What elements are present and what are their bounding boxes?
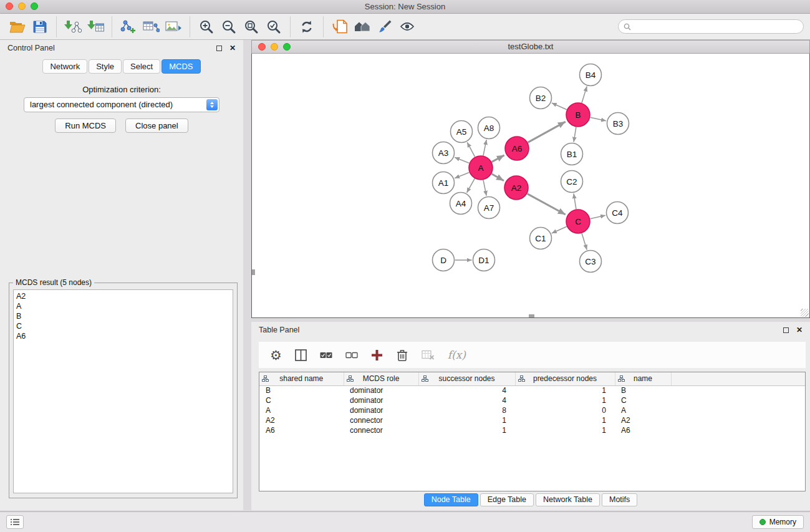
cell-successor-nodes[interactable]: 4 [418, 385, 515, 395]
edge-C-C3[interactable] [582, 233, 587, 249]
cell-name[interactable]: A6 [615, 425, 671, 435]
edge-B-B1[interactable] [574, 127, 576, 142]
cell-shared-name[interactable]: A2 [259, 415, 344, 425]
float-panel-icon[interactable] [216, 46, 222, 51]
node-A[interactable]: A [469, 156, 493, 180]
cell-shared-name[interactable]: B [259, 385, 344, 395]
mcds-result-item[interactable]: A [16, 301, 230, 311]
create-column-button[interactable] [371, 349, 383, 361]
close-panel-icon[interactable]: ✕ [229, 44, 236, 52]
style-brush-button[interactable] [374, 16, 396, 38]
column-header-predecessor-nodes[interactable]: predecessor nodes [515, 372, 615, 385]
select-all-button[interactable] [320, 351, 332, 360]
open-network-file-button[interactable] [329, 16, 351, 38]
left-scroll-nub[interactable] [252, 269, 255, 275]
search-box[interactable] [618, 19, 804, 34]
cell-predecessor-nodes[interactable]: 1 [515, 395, 615, 405]
cell-shared-name[interactable]: A [259, 405, 344, 415]
cell-shared-name[interactable]: A6 [259, 425, 344, 435]
cell-successor-nodes[interactable]: 8 [418, 405, 515, 415]
mcds-result-list[interactable]: A2ABCA6 [13, 289, 233, 493]
node-B3[interactable]: B3 [607, 113, 629, 135]
table-row[interactable]: Cdominator41C [259, 395, 805, 405]
resize-grip[interactable] [801, 309, 809, 317]
node-A5[interactable]: A5 [451, 121, 473, 143]
cell-name[interactable]: A [615, 405, 671, 415]
edge-C-C2[interactable] [574, 193, 576, 209]
task-history-button[interactable] [6, 515, 24, 529]
tab-network[interactable]: Network [42, 59, 87, 74]
save-session-button[interactable] [29, 16, 51, 38]
node-B2[interactable]: B2 [530, 87, 552, 109]
close-table-panel-icon[interactable]: ✕ [796, 326, 803, 334]
tab-network-table[interactable]: Network Table [536, 493, 600, 506]
node-A2[interactable]: A2 [504, 176, 528, 200]
node-A6[interactable]: A6 [505, 137, 529, 160]
show-columns-button[interactable] [295, 349, 307, 361]
new-network-button[interactable] [117, 16, 140, 38]
cell-mcds-role[interactable]: dominator [344, 395, 418, 405]
memory-button[interactable]: Memory [752, 515, 804, 529]
run-mcds-button[interactable]: Run MCDS [55, 118, 116, 133]
cell-mcds-role[interactable]: dominator [344, 405, 418, 415]
edge-A6-B[interactable] [528, 122, 566, 142]
node-A1[interactable]: A1 [433, 172, 455, 194]
search-input[interactable] [634, 22, 798, 31]
mcds-result-item[interactable]: A2 [16, 291, 230, 301]
edge-C-C1[interactable] [552, 226, 567, 233]
cell-predecessor-nodes[interactable]: 1 [515, 425, 615, 435]
node-C2[interactable]: C2 [561, 171, 583, 193]
network-canvas[interactable]: B4B2BB3A5A8A6A3B1AC2A1A2A4A7C4CC1C3DD1 [251, 54, 810, 318]
network-manager-button[interactable] [351, 16, 374, 38]
zoom-network-button[interactable] [283, 43, 291, 51]
function-builder-button[interactable]: f(x) [448, 349, 466, 361]
zoom-selected-button[interactable] [263, 16, 285, 38]
node-D1[interactable]: D1 [473, 249, 495, 271]
bottom-scroll-nub[interactable] [529, 314, 534, 317]
edge-A-A8[interactable] [483, 140, 486, 155]
tab-edge-table[interactable]: Edge Table [480, 493, 534, 506]
mcds-result-item[interactable]: A6 [16, 331, 230, 341]
edge-A-A3[interactable] [455, 157, 469, 163]
edge-B-B3[interactable] [591, 117, 606, 121]
cell-name[interactable]: B [615, 385, 671, 395]
deselect-all-button[interactable] [345, 351, 358, 360]
mcds-result-item[interactable]: C [16, 321, 230, 331]
minimize-network-button[interactable] [271, 43, 278, 51]
node-C[interactable]: C [566, 210, 590, 233]
cell-predecessor-nodes[interactable]: 0 [515, 405, 615, 415]
edge-A-A7[interactable] [483, 180, 486, 196]
table-row[interactable]: Adominator80A [259, 405, 805, 415]
network-graph[interactable]: B4B2BB3A5A8A6A3B1AC2A1A2A4A7C4CC1C3DD1 [252, 54, 809, 317]
delete-column-button[interactable] [396, 349, 408, 362]
edge-B-B2[interactable] [552, 103, 567, 110]
delete-table-button[interactable] [422, 350, 435, 360]
import-network-button[interactable] [62, 16, 84, 38]
tab-mcds[interactable]: MCDS [162, 59, 200, 74]
node-C1[interactable]: C1 [530, 228, 552, 249]
tab-style[interactable]: Style [89, 59, 122, 74]
float-table-panel-icon[interactable] [783, 327, 789, 333]
cell-name[interactable]: A2 [615, 415, 671, 425]
close-window-button[interactable] [6, 2, 13, 10]
cell-successor-nodes[interactable]: 1 [418, 425, 515, 435]
minimize-window-button[interactable] [18, 2, 26, 10]
node-A7[interactable]: A7 [478, 197, 500, 219]
edge-C-C4[interactable] [591, 215, 605, 218]
tab-node-table[interactable]: Node Table [424, 493, 478, 506]
table-settings-button[interactable]: ⚙ [270, 349, 282, 362]
edge-A2-C[interactable] [528, 194, 566, 215]
zoom-out-button[interactable] [218, 16, 240, 38]
edge-A-A2[interactable] [491, 174, 504, 181]
refresh-layout-button[interactable] [296, 16, 318, 38]
edge-B-B4[interactable] [582, 87, 587, 103]
node-A8[interactable]: A8 [478, 117, 500, 139]
node-C4[interactable]: C4 [607, 202, 629, 224]
node-B[interactable]: B [566, 103, 590, 127]
node-A3[interactable]: A3 [433, 142, 455, 164]
node-D[interactable]: D [433, 249, 455, 271]
edge-A-A1[interactable] [455, 172, 469, 178]
import-table-button[interactable] [84, 16, 107, 38]
column-header-successor-nodes[interactable]: successor nodes [418, 372, 515, 385]
cell-name[interactable]: C [615, 395, 671, 405]
